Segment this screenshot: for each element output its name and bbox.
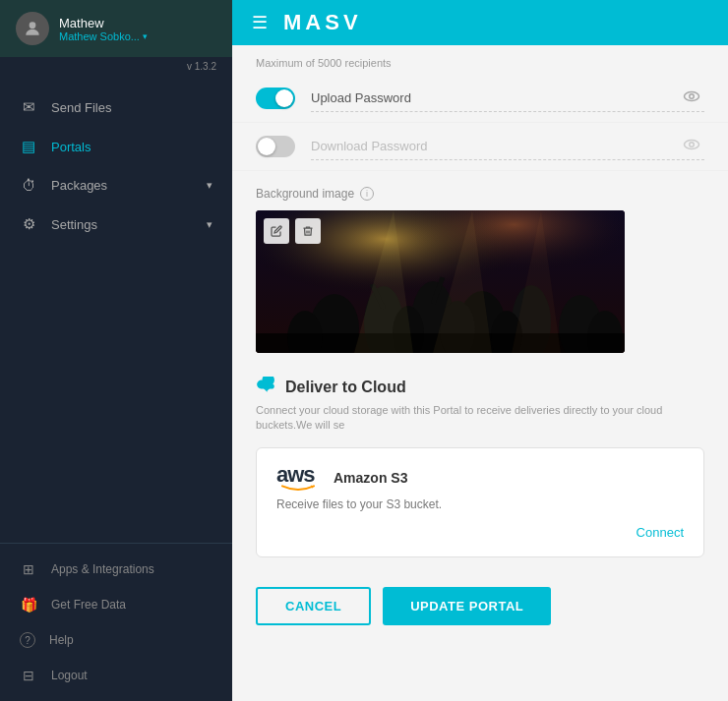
svg-point-1 bbox=[685, 92, 699, 101]
background-image-section: Background image i bbox=[232, 171, 728, 363]
sidebar-item-packages[interactable]: ⏱ Packages ▾ bbox=[0, 166, 232, 204]
sidebar-item-apps[interactable]: ⊞ Apps & Integrations bbox=[0, 552, 232, 587]
user-profile-header[interactable]: Mathew Mathew Sobko... ▾ bbox=[0, 0, 232, 57]
user-info: Mathew Mathew Sobko... ▾ bbox=[59, 16, 148, 42]
edit-image-button[interactable] bbox=[264, 218, 289, 244]
sidebar-item-send-files[interactable]: ✉ Send Files bbox=[0, 88, 232, 127]
deliver-to-cloud-title: Deliver to Cloud bbox=[256, 377, 704, 397]
sidebar-item-logout[interactable]: ⊟ Logout bbox=[0, 658, 232, 693]
sidebar-item-label: Packages bbox=[51, 178, 107, 193]
max-recipients-info: Maximum of 5000 recipients bbox=[232, 45, 728, 75]
aws-logo: aws bbox=[276, 464, 320, 492]
masv-logo: MASV bbox=[283, 10, 362, 35]
cloud-icon bbox=[256, 377, 277, 397]
user-name: Mathew bbox=[59, 16, 148, 30]
toggle-knob bbox=[275, 89, 293, 107]
user-sub: Mathew Sobko... ▾ bbox=[59, 30, 148, 42]
sidebar: Mathew Mathew Sobko... ▾ v 1.3.2 ✉ Send … bbox=[0, 0, 232, 701]
sidebar-item-label: Portals bbox=[51, 140, 91, 154]
connect-link[interactable]: Connect bbox=[637, 525, 684, 540]
sidebar-item-label: Get Free Data bbox=[51, 598, 126, 612]
cancel-button[interactable]: CANCEL bbox=[256, 587, 371, 625]
top-bar: ☰ MASV bbox=[232, 0, 728, 45]
aws-card-name: Amazon S3 bbox=[334, 470, 407, 486]
sidebar-item-portals[interactable]: ▤ Portals bbox=[0, 127, 232, 166]
packages-icon: ⏱ bbox=[20, 177, 37, 194]
sidebar-item-label: Send Files bbox=[51, 100, 111, 115]
download-password-toggle[interactable] bbox=[256, 136, 295, 157]
version-label: v 1.3.2 bbox=[0, 57, 232, 80]
deliver-to-cloud-description: Connect your cloud storage with this Por… bbox=[256, 403, 704, 434]
aws-smile-icon bbox=[276, 484, 320, 492]
toggle-knob bbox=[258, 138, 275, 155]
apps-icon: ⊞ bbox=[20, 561, 37, 577]
upload-password-row bbox=[232, 75, 728, 123]
download-password-row bbox=[232, 123, 728, 171]
sidebar-item-settings[interactable]: ⚙ Settings ▾ bbox=[0, 204, 232, 244]
aws-connect-row: Connect bbox=[276, 523, 684, 541]
sidebar-nav: ✉ Send Files ▤ Portals ⏱ Packages ▾ ⚙ Se… bbox=[0, 80, 232, 543]
main-content: ☰ MASV Maximum of 5000 recipients bbox=[232, 0, 728, 701]
chevron-down-icon: ▾ bbox=[207, 179, 212, 192]
upload-password-toggle[interactable] bbox=[256, 88, 295, 109]
logout-icon: ⊟ bbox=[20, 668, 37, 683]
send-files-icon: ✉ bbox=[20, 98, 37, 116]
gift-icon: 🎁 bbox=[20, 597, 37, 613]
sidebar-item-label: Help bbox=[49, 633, 74, 647]
aws-card-description: Receive files to your S3 bucket. bbox=[276, 497, 684, 511]
aws-text: aws bbox=[276, 464, 315, 486]
image-actions bbox=[264, 218, 321, 244]
svg-point-2 bbox=[690, 94, 695, 99]
content-area: Maximum of 5000 recipients bbox=[232, 45, 728, 701]
background-image-container bbox=[256, 210, 625, 353]
update-portal-button[interactable]: UPDATE PORTAL bbox=[383, 587, 551, 625]
sidebar-bottom: ⊞ Apps & Integrations 🎁 Get Free Data ? … bbox=[0, 543, 232, 701]
chevron-down-icon: ▾ bbox=[143, 31, 148, 41]
eye-icon[interactable] bbox=[683, 136, 700, 157]
help-icon: ? bbox=[20, 632, 35, 648]
aws-card-header: aws Amazon S3 bbox=[276, 464, 684, 492]
menu-icon[interactable]: ☰ bbox=[252, 12, 268, 33]
upload-password-input[interactable] bbox=[311, 85, 704, 112]
sidebar-item-help[interactable]: ? Help bbox=[0, 622, 232, 658]
download-password-input[interactable] bbox=[311, 133, 704, 160]
footer-actions: CANCEL UPDATE PORTAL bbox=[232, 571, 728, 641]
settings-icon: ⚙ bbox=[20, 215, 37, 233]
aws-s3-card: aws Amazon S3 Receive files to your S3 b… bbox=[256, 447, 704, 557]
svg-point-4 bbox=[690, 143, 695, 147]
background-image-label: Background image i bbox=[256, 187, 704, 201]
upload-password-input-wrap bbox=[311, 85, 704, 112]
sidebar-item-free-data[interactable]: 🎁 Get Free Data bbox=[0, 587, 232, 622]
info-icon: i bbox=[360, 187, 374, 201]
deliver-to-cloud-section: Deliver to Cloud Connect your cloud stor… bbox=[232, 363, 728, 571]
svg-point-3 bbox=[685, 141, 699, 149]
svg-point-0 bbox=[30, 22, 36, 29]
avatar bbox=[16, 12, 49, 45]
download-password-input-wrap bbox=[311, 133, 704, 160]
sidebar-item-label: Settings bbox=[51, 217, 97, 232]
portals-icon: ▤ bbox=[20, 138, 37, 155]
chevron-down-icon: ▾ bbox=[207, 218, 212, 231]
eye-icon[interactable] bbox=[683, 88, 700, 109]
sidebar-item-label: Logout bbox=[51, 669, 88, 682]
delete-image-button[interactable] bbox=[295, 218, 321, 244]
sidebar-item-label: Apps & Integrations bbox=[51, 562, 154, 576]
